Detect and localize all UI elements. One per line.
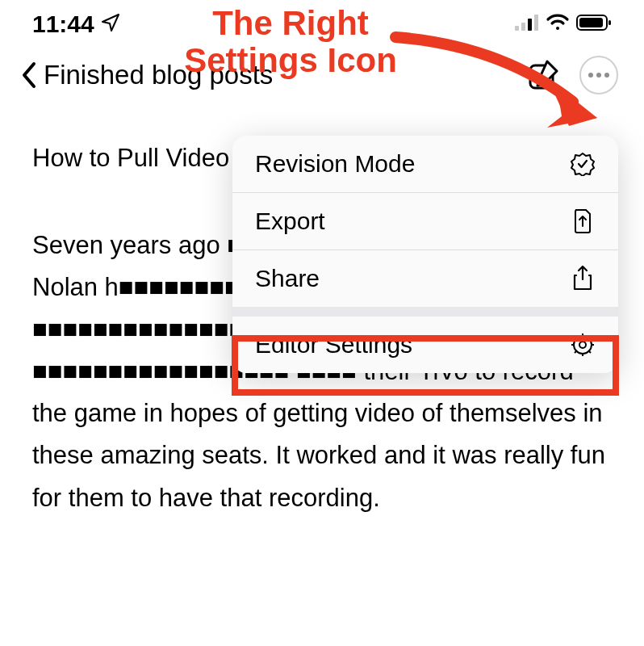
menu-item-editor-settings[interactable]: Editor Settings <box>232 307 618 373</box>
file-arrow-icon <box>570 208 596 234</box>
svg-line-19 <box>588 337 591 339</box>
svg-line-18 <box>588 350 591 353</box>
nav-actions <box>526 56 618 94</box>
compose-button[interactable] <box>526 58 560 92</box>
svg-rect-3 <box>534 15 538 31</box>
gear-icon <box>570 332 596 358</box>
menu-item-label: Share <box>255 265 320 292</box>
status-time-group: 11:44 <box>32 10 120 38</box>
menu-item-label: Export <box>255 208 325 235</box>
svg-point-10 <box>604 73 609 78</box>
svg-line-20 <box>575 350 577 353</box>
menu-item-export[interactable]: Export <box>232 192 618 250</box>
annotation-label: The Right Settings Icon <box>169 5 412 79</box>
svg-rect-1 <box>521 23 525 31</box>
menu-item-label: Revision Mode <box>255 150 415 178</box>
badge-check-icon <box>570 151 596 177</box>
svg-rect-0 <box>515 26 519 31</box>
menu-item-label: Editor Settings <box>255 331 412 359</box>
svg-point-8 <box>588 73 593 78</box>
svg-line-17 <box>575 337 577 339</box>
context-menu: Revision Mode Export Share Editor Settin… <box>232 136 618 373</box>
location-icon <box>101 10 120 38</box>
svg-rect-2 <box>528 19 532 31</box>
wifi-icon <box>546 14 570 35</box>
menu-item-share[interactable]: Share <box>232 250 618 307</box>
more-button[interactable] <box>579 56 618 94</box>
cellular-icon <box>515 15 539 34</box>
back-chevron-icon[interactable] <box>19 61 37 90</box>
status-right <box>515 14 612 35</box>
svg-point-9 <box>596 73 601 78</box>
status-time: 11:44 <box>32 10 94 38</box>
svg-point-12 <box>579 342 586 348</box>
svg-rect-5 <box>579 18 603 27</box>
battery-icon <box>576 14 612 35</box>
menu-item-revision-mode[interactable]: Revision Mode <box>232 136 618 192</box>
share-icon <box>570 266 596 292</box>
svg-rect-6 <box>608 20 611 25</box>
